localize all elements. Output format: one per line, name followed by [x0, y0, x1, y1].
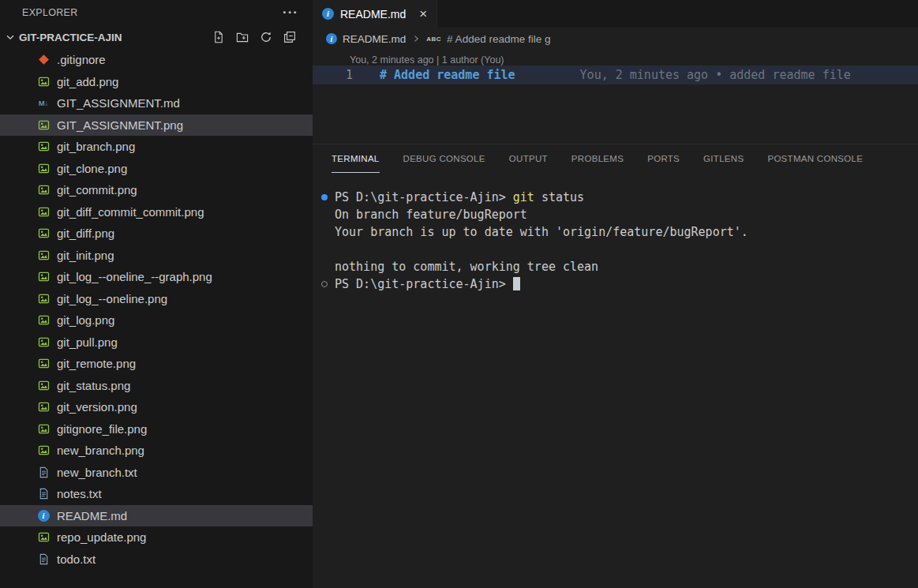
file-item-git_remote.png[interactable]: git_remote.png: [0, 353, 313, 375]
terminal-line: [313, 241, 918, 258]
file-name: git_log.png: [57, 313, 114, 327]
file-item-gitignore_file.png[interactable]: gitignore_file.png: [0, 418, 313, 440]
file-item-new_branch.txt[interactable]: new_branch.txt: [0, 462, 313, 484]
file-item-GIT_ASSIGNMENT.png[interactable]: GIT_ASSIGNMENT.png: [0, 114, 313, 137]
terminal-text: On branch feature/bugReport: [335, 208, 527, 222]
terminal-line: PS D:\git-practice-Ajin> git status: [313, 189, 918, 206]
terminal-line: On branch feature/bugReport: [313, 206, 918, 223]
terminal-text: git: [513, 190, 534, 204]
file-name: new_branch.txt: [57, 466, 137, 479]
explorer-title: EXPLORER: [22, 7, 283, 18]
codelens-blame[interactable]: You, 2 minutes ago | 1 author (You): [313, 50, 918, 66]
file-name: GIT_ASSIGNMENT.png: [57, 118, 183, 132]
code-line-1: 1 # Added readme file You, 2 minutes ago…: [313, 66, 918, 84]
collapse-all-icon: [283, 31, 296, 43]
new-file-button[interactable]: [212, 31, 225, 44]
file-item-git_init.png[interactable]: git_init.png: [0, 245, 313, 267]
new-folder-icon: [236, 31, 249, 43]
file-item-.gitignore[interactable]: .gitignore: [0, 49, 313, 71]
inline-blame-annotation: You, 2 minutes ago • added readme file: [580, 68, 851, 82]
breadcrumb: i README.md ABC # Added readme file g: [313, 28, 918, 50]
vscode-window: { "colors": { "accent_blue": "#3794ff", …: [0, 0, 918, 588]
image-file-icon: [37, 292, 50, 305]
image-file-icon: [37, 75, 50, 88]
text-file-icon: [37, 488, 50, 500]
file-item-git_log_--oneline.png[interactable]: git_log_--oneline.png: [0, 288, 313, 310]
file-name: git_version.png: [57, 400, 137, 414]
symbol-text-icon: ABC: [426, 36, 441, 43]
file-item-git_branch.png[interactable]: git_branch.png: [0, 136, 313, 158]
file-item-git_log.png[interactable]: git_log.png: [0, 309, 313, 331]
tab-label: README.md: [340, 8, 406, 21]
file-name: git_remote.png: [57, 357, 136, 370]
terminal-text: status: [534, 190, 584, 204]
breadcrumb-symbol[interactable]: # Added readme file g: [447, 33, 550, 45]
file-item-git_status.png[interactable]: git_status.png: [0, 375, 313, 397]
panel-tab-debug-console[interactable]: DEBUG CONSOLE: [403, 144, 485, 173]
image-file-icon: [37, 335, 50, 348]
more-actions-icon[interactable]: ···: [283, 9, 298, 17]
panel-tab-postman-console[interactable]: POSTMAN CONSOLE: [767, 144, 863, 173]
file-item-git_diff.png[interactable]: git_diff.png: [0, 223, 313, 245]
terminal[interactable]: PS D:\git-practice-Ajin> git statusOn br…: [313, 173, 918, 293]
prompt-decoration-icon[interactable]: [321, 281, 328, 287]
terminal-text: PS D:\git-practice-Ajin>: [335, 190, 513, 204]
command-success-decoration-icon[interactable]: [321, 194, 328, 200]
image-file-icon: [37, 314, 50, 327]
refresh-icon: [260, 31, 272, 43]
panel-tab-terminal[interactable]: TERMINAL: [332, 144, 380, 173]
file-name: new_branch.png: [57, 444, 144, 457]
tab-readme[interactable]: i README.md ×: [313, 0, 437, 28]
new-folder-button[interactable]: [235, 31, 249, 44]
line-number: 1: [313, 68, 353, 82]
file-list: .gitignoregit_add.pngM↓GIT_ASSIGNMENT.md…: [0, 49, 313, 570]
panel-tab-gitlens[interactable]: GITLENS: [703, 144, 744, 173]
file-item-git_pull.png[interactable]: git_pull.png: [0, 331, 313, 354]
file-name: notes.txt: [57, 487, 102, 500]
file-name: GIT_ASSIGNMENT.md: [57, 96, 180, 110]
panel-tab-output[interactable]: OUTPUT: [509, 144, 548, 173]
panel-tab-problems[interactable]: PROBLEMS: [571, 144, 624, 173]
file-item-git_version.png[interactable]: git_version.png: [0, 396, 313, 418]
file-name: gitignore_file.png: [57, 422, 147, 436]
image-file-icon: [37, 140, 50, 153]
file-item-git_add.png[interactable]: git_add.png: [0, 71, 313, 93]
editor-body[interactable]: You, 2 minutes ago | 1 author (You) 1 # …: [313, 50, 918, 144]
terminal-text: PS D:\git-practice-Ajin>: [335, 277, 513, 291]
file-item-git_clone.png[interactable]: git_clone.png: [0, 158, 313, 180]
file-item-repo_update.png[interactable]: repo_update.png: [0, 526, 313, 549]
file-name: git_add.png: [57, 75, 118, 88]
file-item-todo.txt[interactable]: todo.txt: [0, 549, 313, 571]
file-name: git_pull.png: [57, 335, 118, 349]
file-item-git_commit.png[interactable]: git_commit.png: [0, 179, 313, 201]
file-item-new_branch.png[interactable]: new_branch.png: [0, 440, 313, 462]
panel-tab-ports[interactable]: PORTS: [647, 144, 680, 173]
refresh-button[interactable]: [259, 31, 272, 44]
file-name: git_status.png: [57, 379, 130, 392]
info-icon: i: [37, 509, 50, 522]
file-name: git_clone.png: [57, 162, 127, 175]
file-item-git_log_--oneline_--graph.png[interactable]: git_log_--oneline_--graph.png: [0, 266, 313, 288]
terminal-text: Your branch is up to date with 'origin/f…: [335, 225, 748, 239]
file-item-README.md[interactable]: iREADME.md: [0, 505, 313, 527]
image-file-icon: [37, 205, 50, 218]
image-file-icon: [37, 444, 50, 457]
section-actions: [212, 31, 313, 44]
file-item-notes.txt[interactable]: notes.txt: [0, 483, 313, 505]
folder-section-header[interactable]: GIT-PRACTICE-AJIN: [0, 25, 313, 49]
sidebar-header: EXPLORER ···: [0, 0, 313, 25]
file-name: git_log_--oneline_--graph.png: [57, 270, 212, 283]
file-item-git_diff_commit_commit.png[interactable]: git_diff_commit_commit.png: [0, 201, 313, 223]
image-file-icon: [37, 271, 50, 283]
text-file-icon: [37, 552, 50, 565]
image-file-icon: [37, 162, 50, 174]
file-name: git_init.png: [57, 249, 114, 262]
image-file-icon: [37, 401, 50, 414]
terminal-line: Your branch is up to date with 'origin/f…: [313, 223, 918, 241]
breadcrumb-file[interactable]: README.md: [343, 33, 406, 45]
file-name: todo.txt: [57, 552, 96, 566]
collapse-all-button[interactable]: [283, 31, 296, 44]
close-icon[interactable]: ×: [419, 7, 427, 21]
image-file-icon: [37, 358, 50, 370]
file-item-GIT_ASSIGNMENT.md[interactable]: M↓GIT_ASSIGNMENT.md: [0, 92, 313, 114]
